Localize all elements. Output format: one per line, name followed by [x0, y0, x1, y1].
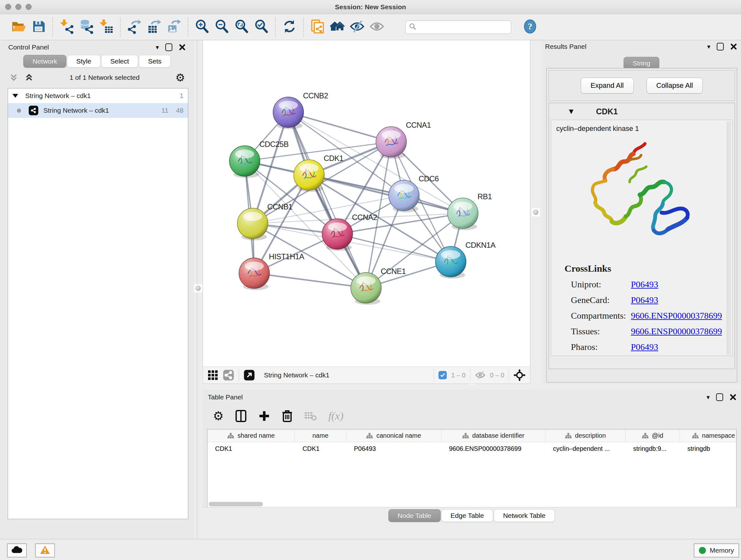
import-network-button[interactable] — [57, 17, 77, 37]
import-network-from-database-button[interactable] — [77, 17, 96, 37]
control-panel-close-icon[interactable] — [179, 44, 186, 51]
column-header-name[interactable]: name — [295, 429, 346, 442]
export-network-icon — [127, 19, 142, 36]
delete-column-icon[interactable] — [282, 410, 293, 422]
network-options-gear-icon[interactable]: ⚙ — [176, 72, 185, 83]
apply-layout-button[interactable] — [280, 17, 299, 37]
tab-string[interactable]: String — [623, 57, 660, 70]
network-collection-row[interactable]: String Network – cdk1 1 — [8, 88, 188, 103]
open-session-button[interactable] — [9, 17, 29, 37]
hide-selected-button[interactable] — [347, 17, 367, 37]
crosslink-row: Compartments:9606.ENSP00000378699 — [551, 311, 732, 321]
crosslink-link[interactable]: 9606.ENSP00000378699 — [631, 326, 722, 336]
expand-all-button[interactable]: Expand All — [581, 78, 634, 94]
column-header-database-identifier[interactable]: database identifier — [441, 429, 545, 442]
gene-collapse-icon[interactable]: ▼ — [567, 108, 575, 115]
export-network-button[interactable] — [125, 17, 144, 37]
network-edge[interactable] — [309, 175, 463, 213]
table-cell[interactable]: stringdb — [680, 442, 737, 455]
column-header-description[interactable]: description — [545, 429, 625, 442]
first-neighbors-button[interactable] — [327, 17, 347, 37]
column-header-shared-name[interactable]: shared name — [207, 429, 295, 442]
create-column-icon[interactable] — [258, 410, 270, 422]
table-body: CDK1CDK1P064939606.ENSP00000378699cyclin… — [207, 442, 736, 455]
zoom-fit-button[interactable] — [232, 17, 252, 37]
table-tab-network-table[interactable]: Network Table — [494, 509, 555, 522]
tab-select[interactable]: Select — [101, 55, 138, 68]
horizontal-splitter[interactable] — [203, 384, 741, 390]
table-options-gear-icon[interactable]: ⚙ — [213, 410, 224, 422]
results-panel-menu-icon[interactable]: ▾ — [707, 44, 711, 50]
crosslink-link[interactable]: P06493 — [631, 279, 658, 290]
table-hscrollbar-thumb[interactable] — [209, 502, 263, 506]
column-header-namespace[interactable]: namespace — [680, 429, 737, 442]
network-label: String Network – cdk1 — [44, 107, 109, 114]
gene-section-header[interactable]: ▼ CDK1 — [549, 103, 735, 120]
selected-checkbox-icon[interactable] — [439, 371, 447, 379]
results-panel-float-icon[interactable] — [717, 43, 724, 51]
crosslink-link[interactable]: P06493 — [631, 342, 658, 352]
warnings-button[interactable] — [35, 543, 55, 557]
column-header-label: namespace — [702, 432, 735, 439]
network-edge[interactable] — [288, 112, 391, 142]
search-input[interactable] — [418, 21, 511, 33]
zoom-selected-button[interactable] — [252, 17, 271, 37]
zoom-out-button[interactable] — [212, 17, 232, 37]
control-panel-menu-icon[interactable]: ▾ — [156, 44, 159, 51]
table-tab-edge-table[interactable]: Edge Table — [441, 509, 493, 522]
table-row[interactable]: CDK1CDK1P064939606.ENSP00000378699cyclin… — [207, 442, 736, 455]
tab-network[interactable]: Network — [23, 55, 66, 68]
table-tab-node-table[interactable]: Node Table — [388, 509, 441, 522]
crosslink-link[interactable]: 9606.ENSP00000378699 — [631, 311, 722, 321]
table-panel-menu-icon[interactable]: ▾ — [706, 394, 710, 400]
node-position-reset-icon[interactable] — [514, 369, 526, 381]
network-edge[interactable] — [288, 112, 366, 288]
crosslink-link[interactable]: P06493 — [631, 295, 658, 305]
network-row[interactable]: String Network – cdk1 11 48 — [8, 103, 188, 118]
memory-button[interactable]: Memory — [694, 543, 739, 557]
copy-network-icon — [310, 19, 325, 36]
column-header-canonical-name[interactable]: canonical name — [346, 429, 441, 442]
table-cell[interactable]: CDK1 — [207, 442, 295, 455]
zoom-in-button[interactable] — [192, 17, 212, 37]
right-splitter-handle[interactable] — [532, 208, 540, 216]
table-cell[interactable]: 9606.ENSP00000378699 — [441, 442, 545, 455]
table-panel-close-icon[interactable] — [730, 394, 737, 401]
left-splitter-handle[interactable] — [194, 284, 202, 293]
network-canvas[interactable]: CCNB2CCNA1CDC25BCDK1CDC6RB1CCNB1CCNA2CDK… — [203, 40, 530, 367]
cloud-button[interactable] — [7, 543, 27, 557]
table-header: shared namenamecanonical namedatabase id… — [207, 429, 736, 442]
table-cell[interactable]: CDK1 — [295, 442, 346, 455]
table-cell[interactable]: P06493 — [346, 442, 441, 455]
tab-style[interactable]: Style — [67, 55, 100, 68]
open-in-browser-icon[interactable] — [244, 369, 255, 381]
import-table-button[interactable] — [96, 17, 116, 37]
eye-icon — [369, 19, 385, 36]
network-share-icon[interactable] — [223, 369, 234, 381]
birdseye-view-icon[interactable] — [207, 370, 218, 381]
control-panel-tabs: NetworkStyleSelectSets — [23, 55, 194, 68]
tab-sets[interactable]: Sets — [139, 55, 171, 68]
export-table-button[interactable] — [144, 17, 164, 37]
save-session-button[interactable] — [29, 17, 49, 37]
table-panel-float-icon[interactable] — [716, 393, 723, 401]
results-panel-close-icon[interactable] — [730, 43, 737, 50]
expand-all-icon[interactable] — [24, 73, 34, 82]
duplicate-network-button[interactable] — [308, 17, 327, 37]
show-columns-icon[interactable] — [235, 410, 247, 422]
help-button[interactable]: ? — [520, 17, 540, 37]
collapse-all-icon[interactable] — [9, 73, 18, 82]
export-image-button[interactable] — [164, 17, 184, 37]
memory-label: Memory — [710, 547, 734, 554]
results-scrollbar[interactable] — [727, 121, 731, 354]
network-edge[interactable] — [254, 273, 366, 288]
collection-expand-icon[interactable] — [12, 94, 18, 98]
collapse-all-button[interactable]: Collapse All — [647, 78, 703, 94]
collection-count: 1 — [180, 92, 184, 100]
show-all-button[interactable] — [367, 17, 387, 37]
column-header--id[interactable]: @id — [625, 429, 680, 442]
control-panel-float-icon[interactable] — [165, 44, 172, 51]
table-cell[interactable]: stringdb:9... — [625, 442, 680, 455]
table-cell[interactable]: cyclin–dependent ... — [545, 442, 625, 455]
crosslinks-section: CrossLinks Uniprot:P06493GeneCard:P06493… — [551, 263, 732, 352]
